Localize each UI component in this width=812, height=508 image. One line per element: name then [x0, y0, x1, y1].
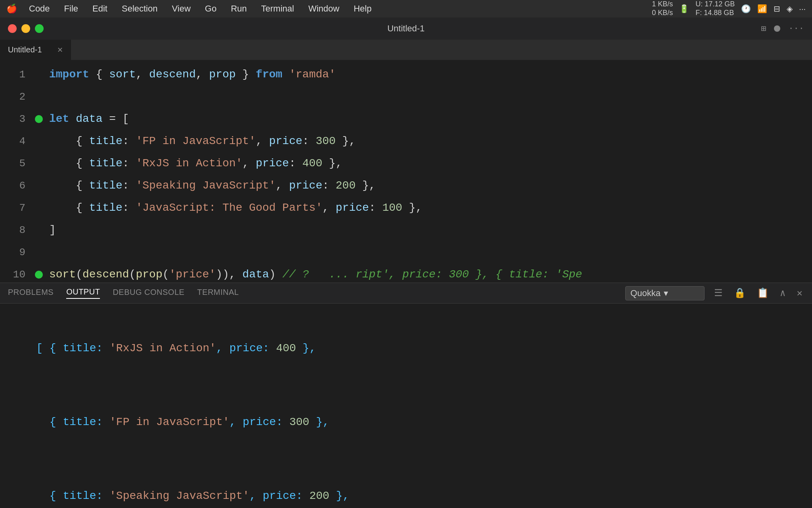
apple-logo-icon[interactable]: 🍎 — [6, 4, 17, 14]
menu-terminal[interactable]: Terminal — [259, 3, 297, 15]
menu-help[interactable]: Help — [351, 3, 374, 15]
tab-terminal[interactable]: TERMINAL — [197, 288, 239, 298]
line-num-4: 4 — [6, 130, 25, 152]
line-num-5: 5 — [6, 152, 25, 175]
breakpoint-5 — [32, 152, 46, 175]
clear-output-icon[interactable]: ☰ — [712, 286, 724, 300]
window-title: Untitled-1 — [387, 23, 425, 34]
minimize-button[interactable] — [21, 24, 30, 33]
tab-untitled-1[interactable]: Untitled-1 ✕ — [0, 40, 71, 60]
breakpoint-4 — [32, 130, 46, 152]
title-bar-actions: ⊞ ··· — [761, 23, 804, 34]
more-actions-icon[interactable]: ··· — [788, 24, 804, 34]
storage-info: U: 17.12 GBF: 14.88 GB — [695, 0, 735, 17]
editor-area[interactable]: 1 2 3 4 5 6 7 8 9 10 11 import { — [0, 60, 812, 283]
menu-file[interactable]: File — [62, 3, 80, 15]
tab-output[interactable]: OUTPUT — [66, 287, 100, 299]
output-line-1: [ { title: — [36, 342, 109, 354]
line-num-2: 2 — [6, 86, 25, 108]
code-line-3: let data = [ — [49, 108, 806, 130]
code-line-4: { title : 'FP in JavaScript' , price : 3… — [49, 130, 806, 152]
breakpoint-3 — [32, 108, 46, 130]
panel-tab-bar: PROBLEMS OUTPUT DEBUG CONSOLE TERMINAL Q… — [0, 283, 812, 304]
keyword-let: let — [49, 108, 69, 130]
menu-view[interactable]: View — [169, 3, 193, 15]
line-num-10: 10 — [6, 264, 25, 283]
traffic-lights — [8, 24, 44, 33]
breakpoint-1 — [32, 64, 46, 86]
dropdown-label: Quokka — [630, 288, 661, 298]
control-center-icon: ⊟ — [774, 4, 780, 13]
string-ramda: 'ramda' — [289, 64, 336, 86]
more-icon: ··· — [799, 4, 806, 13]
keyword-from: from — [256, 64, 282, 86]
line-num-8: 8 — [6, 219, 25, 241]
code-line-8: ] — [49, 219, 806, 241]
line-num-6: 6 — [6, 175, 25, 197]
close-button[interactable] — [8, 24, 17, 33]
menu-selection[interactable]: Selection — [119, 3, 160, 15]
title-bar: Untitled-1 ⊞ ··· — [0, 17, 812, 40]
line-num-9: 9 — [6, 241, 25, 264]
status-area: 1 KB/s0 KB/s 🔋 U: 17.12 GBF: 14.88 GB 🕐 … — [652, 0, 806, 17]
panel-controls: Quokka ▾ ☰ 🔒 📋 ∧ ✕ — [625, 286, 804, 300]
code-line-9 — [49, 241, 806, 264]
breakpoint-10 — [32, 264, 46, 283]
keyword-import: import — [49, 64, 89, 86]
breakpoint-6 — [32, 175, 46, 197]
menu-window[interactable]: Window — [306, 3, 342, 15]
code-line-7: { title : 'JavaScript: The Good Parts' ,… — [49, 197, 806, 219]
output-source-dropdown[interactable]: Quokka ▾ — [625, 286, 705, 300]
panel-area: PROBLEMS OUTPUT DEBUG CONSOLE TERMINAL Q… — [0, 283, 812, 508]
output-line-3: { title: — [36, 490, 109, 502]
breakpoint-9 — [32, 241, 46, 264]
dirty-indicator — [774, 25, 780, 32]
copy-icon[interactable]: 📋 — [755, 286, 770, 300]
chevron-down-icon: ▾ — [664, 288, 668, 298]
menu-run[interactable]: Run — [228, 3, 249, 15]
maximize-button[interactable] — [35, 24, 44, 33]
collapse-icon[interactable]: ∧ — [778, 286, 787, 300]
breakpoint-2 — [32, 86, 46, 108]
battery-icon: 🔋 — [679, 4, 689, 13]
siri-icon: ◈ — [787, 4, 793, 13]
code-line-5: { title : 'RxJS in Action' , price : 400… — [49, 152, 806, 175]
output-panel: [ { title: 'RxJS in Action', price: 400 … — [0, 304, 812, 508]
wifi-icon: 📶 — [757, 4, 767, 13]
tab-label: Untitled-1 — [8, 45, 42, 54]
editor-scrollbar[interactable] — [806, 60, 812, 283]
line-num-7: 7 — [6, 197, 25, 219]
close-panel-icon[interactable]: ✕ — [795, 286, 804, 300]
clock-icon: 🕐 — [741, 4, 751, 13]
code-editor[interactable]: import { sort , descend , prop } from 'r… — [46, 60, 806, 283]
split-editor-icon[interactable]: ⊞ — [761, 23, 766, 34]
tab-debug-console[interactable]: DEBUG CONSOLE — [113, 288, 184, 298]
breakpoint-8 — [32, 219, 46, 241]
code-line-1: import { sort , descend , prop } from 'r… — [49, 64, 806, 86]
code-line-6: { title : 'Speaking JavaScript' , price … — [49, 175, 806, 197]
breakpoint-dot-10[interactable] — [35, 271, 43, 279]
menu-code[interactable]: Code — [27, 3, 52, 15]
out-str-1: 'RxJS in Action' — [109, 342, 216, 354]
tab-problems[interactable]: PROBLEMS — [8, 288, 54, 298]
output-line-2: { title: — [36, 416, 109, 428]
code-line-2 — [49, 86, 806, 108]
tab-bar: Untitled-1 ✕ — [0, 40, 812, 60]
line-numbers-gutter: 1 2 3 4 5 6 7 8 9 10 11 — [0, 60, 32, 283]
breakpoint-7 — [32, 197, 46, 219]
menu-go[interactable]: Go — [203, 3, 219, 15]
breakpoint-gutter — [32, 60, 46, 283]
menu-edit[interactable]: Edit — [90, 3, 110, 15]
line-num-1: 1 — [6, 64, 25, 86]
code-line-10: sort ( descend ( prop ( 'price' )), data… — [49, 264, 806, 283]
lock-icon[interactable]: 🔒 — [732, 286, 747, 300]
mac-menubar: 🍎 Code File Edit Selection View Go Run T… — [0, 0, 812, 17]
line-num-3: 3 — [6, 108, 25, 130]
network-speed: 1 KB/s0 KB/s — [652, 0, 673, 17]
tab-close-icon[interactable]: ✕ — [57, 46, 63, 54]
breakpoint-dot-3[interactable] — [35, 115, 43, 123]
